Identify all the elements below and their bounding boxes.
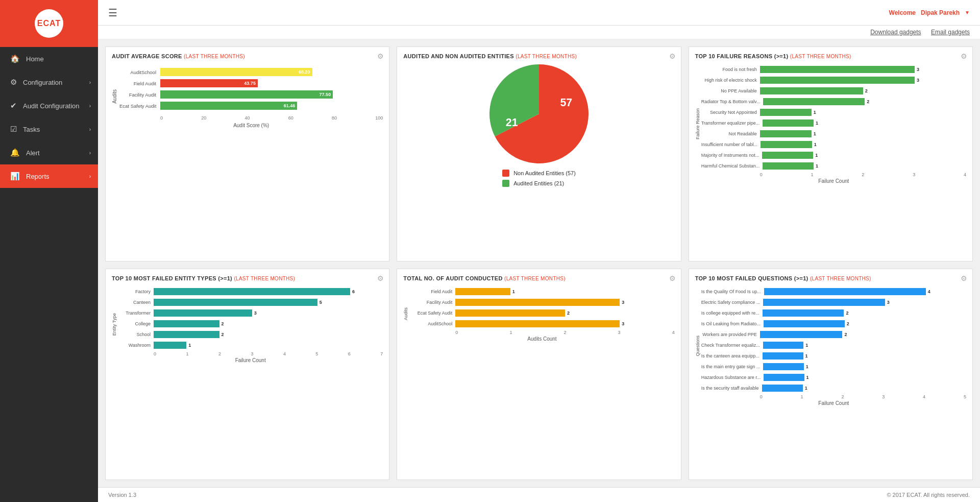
bar-fill — [763, 309, 844, 317]
bar-row: Harmful Chemical Substan...1 — [701, 161, 966, 171]
bar-fill — [762, 152, 813, 159]
bar-fill — [760, 331, 843, 338]
bar-fill — [760, 77, 915, 84]
audit-configuration-icon: ✔ — [10, 101, 17, 110]
failure-reasons-ylabel: Failure Reason — [695, 108, 700, 139]
bar-row-1: Field Audit 43.75 — [119, 78, 383, 89]
bar-fill — [455, 299, 620, 306]
entity-types-xlabel: Failure Count — [118, 357, 383, 363]
bar-row-3: Ecat Safety Audit 61.46 — [119, 100, 383, 111]
bar-row: Factory6 — [118, 286, 383, 297]
bar-label: Is the Quality Of Food Is up... — [701, 289, 764, 294]
user-dropdown-icon[interactable]: ▼ — [965, 10, 970, 15]
bar-fill — [763, 342, 804, 349]
entity-types-xaxis: 0 1 2 3 4 5 6 7 — [118, 351, 383, 356]
sidebar-item-audit-configuration[interactable]: ✔ Audit Configuration › — [0, 94, 98, 117]
bar-label: Check Transformer equaliz... — [701, 343, 763, 348]
widget-title-5: TOTAL NO. OF AUDIT CONDUCTED (Last Three… — [403, 275, 674, 281]
gear-icon-1[interactable]: ⚙ — [377, 52, 384, 60]
bar-label: Is college equipped with re... — [701, 310, 763, 316]
audit-avg-xaxis: 0 20 40 60 80 100 — [119, 115, 383, 121]
pie-label-audited: 21 — [506, 116, 518, 129]
sidebar-item-alert[interactable]: 🔔 Alert › — [0, 141, 98, 164]
total-audit-bars: Field Audit1Facility Audit3Ecat Safety A… — [409, 286, 674, 329]
total-audit-xlabel: Audits Count — [409, 336, 674, 342]
bar-facilityaudit: 77.50 — [160, 90, 333, 99]
topbar-right: Welcome Dipak Parekh ▼ — [889, 9, 970, 16]
bar-row: Ecat Safety Audit2 — [409, 308, 674, 318]
bar-row: Is college equipped with re...2 — [701, 308, 966, 318]
failed-questions-xaxis: 0 1 2 3 4 5 — [701, 394, 966, 399]
chevron-right-icon-2: › — [89, 103, 91, 109]
sidebar-item-configuration[interactable]: ⚙ Configuration › — [0, 70, 98, 94]
bar-row: Is the Quality Of Food Is up...4 — [701, 286, 966, 297]
username: Dipak Parekh — [921, 9, 960, 16]
bar-fieldaudit: 43.75 — [160, 79, 258, 87]
audit-avg-ylabel: Audits — [112, 89, 117, 104]
bar-fill — [760, 130, 812, 137]
bar-fill — [154, 299, 317, 306]
widget-title-3: TOP 10 FAILURE REASONS (>=1) (Last Three… — [695, 53, 966, 59]
bar-row: Not Readable1 — [701, 129, 966, 139]
bar-label: Food is not fresh — [701, 67, 760, 72]
bar-row: Is the security staff available1 — [701, 383, 966, 393]
gear-icon-4[interactable]: ⚙ — [377, 274, 384, 282]
total-audit-ylabel: Audits — [403, 307, 408, 320]
bar-label: College — [118, 321, 154, 326]
entity-types-ylabel: Entity Type — [112, 313, 117, 336]
bar-row: Transformer equalizer pipe...1 — [701, 118, 966, 128]
copyright-label: © 2017 ECAT. All rights reserved. — [887, 492, 970, 498]
chevron-right-icon: › — [89, 80, 91, 85]
configuration-icon: ⚙ — [10, 78, 17, 87]
bar-row: Majority of Instruments not...1 — [701, 150, 966, 160]
gear-icon-6[interactable]: ⚙ — [961, 274, 967, 282]
audit-avg-bars: AuditSchool 68.20 Field Audit 43.75 — [119, 64, 383, 113]
widget-title-6: TOP 10 MOST FAILED QUESTIONS (>=1) (Last… — [695, 275, 966, 281]
bar-label: Workers are provided PPE — [701, 332, 760, 337]
bar-label: No PPE Available — [701, 88, 760, 93]
bar-label: Is the main entry gate sign ... — [701, 364, 764, 369]
bar-label: Transformer equalizer pipe... — [701, 121, 763, 126]
bar-row: School2 — [118, 329, 383, 340]
sidebar-nav: 🏠 Home ⚙ Configuration › ✔ Audit Configu… — [0, 47, 98, 188]
sidebar-item-reports[interactable]: 📊 Reports › — [0, 164, 98, 188]
sidebar-item-alert-label: Alert — [26, 149, 40, 157]
chevron-right-icon-5: › — [89, 174, 91, 179]
gear-icon-5[interactable]: ⚙ — [669, 274, 676, 282]
email-gadgets-link[interactable]: Email gadgets — [931, 29, 970, 36]
bar-fill — [760, 87, 863, 94]
bar-row: Is Oil Leaking from Radiato...2 — [701, 319, 966, 329]
bar-fill — [154, 288, 350, 295]
bar-label: Facility Audit — [409, 300, 455, 305]
sidebar-item-configuration-label: Configuration — [23, 79, 62, 86]
sidebar-item-home[interactable]: 🏠 Home — [0, 47, 98, 70]
bar-row: Food is not fresh3 — [701, 64, 966, 75]
failed-questions-chart: Is the Quality Of Food Is up...4Electric… — [701, 286, 966, 406]
bar-row: Field Audit1 — [409, 286, 674, 297]
bar-fill — [455, 309, 565, 317]
bar-row: Is the main entry gate sign ...1 — [701, 362, 966, 372]
gear-icon-3[interactable]: ⚙ — [961, 52, 967, 60]
failed-questions-xlabel: Failure Count — [701, 400, 966, 406]
gear-icon-2[interactable]: ⚙ — [669, 52, 676, 60]
bar-label: Field Audit — [409, 289, 455, 294]
total-audit-chart-container: Audits Field Audit1Facility Audit3Ecat S… — [403, 286, 674, 342]
audit-avg-chart: AuditSchool 68.20 Field Audit 43.75 — [119, 64, 383, 128]
hamburger-menu[interactable]: ☰ — [108, 7, 117, 19]
bar-fill — [455, 288, 510, 295]
bar-row: Facility Audit3 — [409, 297, 674, 307]
sidebar-item-tasks[interactable]: ☑ Tasks › — [0, 117, 98, 141]
bar-label: Factory — [118, 289, 154, 294]
download-gadgets-link[interactable]: Download gadgets — [870, 29, 921, 36]
bar-row: College2 — [118, 319, 383, 329]
audit-avg-xlabel: Audit Score (%) — [119, 123, 383, 128]
legend-color-audited — [502, 180, 509, 187]
widget-audit-avg-score: ⚙ AUDIT AVERAGE SCORE (Last Three Months… — [105, 46, 389, 261]
bar-ecatsafety: 61.46 — [160, 102, 297, 110]
bar-fill — [761, 141, 812, 148]
bar-row: Canteen5 — [118, 297, 383, 307]
topbar: ☰ Welcome Dipak Parekh ▼ — [98, 0, 980, 26]
widget-failed-questions: ⚙ TOP 10 MOST FAILED QUESTIONS (>=1) (La… — [689, 269, 973, 481]
bar-row-2: Facility Audit 77.50 — [119, 89, 383, 100]
bar-label: Security Not Appointed — [701, 110, 760, 115]
